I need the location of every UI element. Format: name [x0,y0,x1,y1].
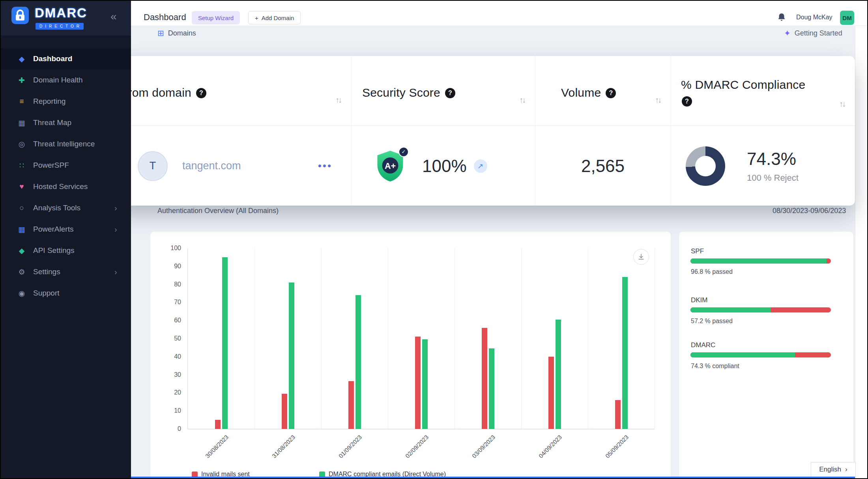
sidebar-item-domain-health[interactable]: ✚ Domain Health [1,69,131,91]
dmarc-progress-fill [690,352,795,357]
dashboard-icon: ◆ [16,54,28,64]
bar-dmarc-compliant [289,283,294,429]
sidebar-item-label: Analysis Tools [33,204,80,212]
help-icon[interactable]: ? [606,88,616,98]
column-header-from-domain[interactable]: From domain? ↑↓ [111,56,351,125]
help-icon[interactable]: ? [682,96,692,107]
y-tick-label: 70 [150,299,181,306]
help-icon[interactable]: ? [196,88,206,98]
scrollbar-gutter[interactable] [855,26,868,479]
column-title: From domain [121,86,191,99]
chevron-right-icon: › [114,268,117,277]
chevron-right-icon: › [114,225,117,234]
plus-icon: + [255,15,258,21]
gear-icon: ⚙ [16,268,28,277]
bar-dmarc-compliant [556,320,561,429]
spf-progress-bar [690,258,831,264]
auth-overview-chart-card: 0102030405060708090100 30/08/202331/08/2… [150,232,671,479]
compliance-value: 74.3% [747,149,799,169]
getting-started-icon: ✦ [784,28,791,38]
brand-subtitle: DIRECTOR [36,23,84,30]
app-window: DMARC DIRECTOR « ◆ Dashboard ✚ Domain He… [0,0,868,479]
sort-icon[interactable]: ↑↓ [519,95,525,105]
y-tick-label: 80 [150,281,181,288]
dmarc-label: DMARC [691,341,715,349]
sidebar-item-threat-intelligence[interactable]: ◎ Threat Intelligence [1,133,131,155]
spf-progress-fill [690,258,827,264]
sidebar-item-label: Reporting [33,97,65,106]
getting-started-label: Getting Started [795,29,842,37]
bar-invalid-mails [415,337,421,429]
sort-icon[interactable]: ↑↓ [335,95,341,105]
compliance-policy: 100 % Reject [747,173,799,183]
bar-invalid-mails [282,394,287,429]
sort-icon[interactable]: ↑↓ [839,99,845,109]
sidebar-item-analysis-tools[interactable]: ○ Analysis Tools › [1,197,131,219]
security-score-value: 100% [422,156,467,176]
column-title: Security Score [362,86,440,99]
topbar: Dashboard Setup Wizard +Add Domain Doug … [131,1,868,26]
spf-label: SPF [691,247,704,255]
sort-icon[interactable]: ↑↓ [655,95,660,105]
gridline [588,248,588,429]
setup-wizard-button[interactable]: Setup Wizard [192,11,240,24]
sidebar-item-label: Domain Health [33,76,83,84]
sidebar-collapse-button[interactable]: « [110,10,117,23]
gridline [254,248,255,429]
volume-value: 2,565 [535,156,671,176]
domain-avatar: T [138,151,168,181]
column-header-volume[interactable]: Volume? ↑↓ [535,56,671,125]
dkim-progress-bar [690,307,831,312]
lifering-icon: ◉ [16,289,28,298]
language-selector[interactable]: English › [811,462,856,477]
health-icon: ✚ [16,76,28,85]
date-range[interactable]: 08/30/2023-09/06/2023 [773,207,846,215]
user-avatar[interactable]: DM [840,11,854,25]
sidebar: DMARC DIRECTOR « ◆ Dashboard ✚ Domain He… [1,1,131,479]
sidebar-item-threat-map[interactable]: ▦ Threat Map [1,112,131,133]
sidebar-item-powerspf[interactable]: ∷ PowerSPF [1,155,131,176]
report-icon: ≡ [16,97,28,106]
domain-link[interactable]: tangent.com [182,160,241,172]
bar-dmarc-compliant [489,348,494,429]
help-icon[interactable]: ? [445,88,455,98]
sidebar-item-dashboard[interactable]: ◆ Dashboard [1,48,131,69]
chart-download-button[interactable] [633,249,649,265]
gridline [455,248,455,429]
sidebar-item-support[interactable]: ◉ Support [1,283,131,304]
row-menu-dots-icon[interactable]: ••• [318,160,332,172]
chevron-right-icon: › [114,204,117,213]
add-domain-button[interactable]: +Add Domain [248,11,301,24]
sidebar-item-poweralerts[interactable]: ▦ PowerAlerts › [1,219,131,240]
column-header-dmarc-compliance[interactable]: % DMARC Compliance? ↑↓ [671,56,855,125]
y-tick-label: 40 [150,353,181,360]
table-header: From domain? ↑↓ Security Score? ↑↓ Volum… [111,56,855,125]
open-score-arrow-icon[interactable]: ↗ [474,159,487,173]
dmarc-compliant-text: 74.3 % compliant [691,363,739,370]
cell-volume: 2,565 [535,126,671,206]
y-axis-labels: 0102030405060708090100 [150,232,183,453]
sidebar-item-hosted-services[interactable]: ♥ Hosted Services [1,176,131,197]
auth-results-panel: SPF 96.8 % passed DKIM 57.2 % passed DMA… [679,232,853,479]
download-icon [637,253,645,261]
column-header-security-score[interactable]: Security Score? ↑↓ [351,56,535,125]
spf-passed-text: 96.8 % passed [691,268,733,275]
y-tick-label: 0 [150,425,181,432]
notifications-bell-icon[interactable] [777,13,786,22]
bar-invalid-mails [548,357,554,429]
dots-grid-icon: ∷ [16,161,28,170]
dkim-label: DKIM [691,296,708,304]
dkim-passed-text: 57.2 % passed [691,318,733,325]
sidebar-item-label: Hosted Services [33,182,88,191]
sidebar-item-label: PowerAlerts [33,225,73,234]
chevron-right-icon: › [845,466,847,473]
sidebar-item-api-settings[interactable]: ◆ API Settings [1,240,131,261]
bar-dmarc-compliant [622,277,628,429]
domain-summary-card: From domain? ↑↓ Security Score? ↑↓ Volum… [111,56,855,206]
y-tick-label: 20 [150,389,181,396]
dkim-progress-fill [690,307,771,312]
user-name[interactable]: Doug McKay [796,14,832,21]
getting-started-link[interactable]: ✦ Getting Started [784,28,842,38]
sidebar-item-settings[interactable]: ⚙ Settings › [1,261,131,283]
sidebar-item-reporting[interactable]: ≡ Reporting [1,91,131,112]
